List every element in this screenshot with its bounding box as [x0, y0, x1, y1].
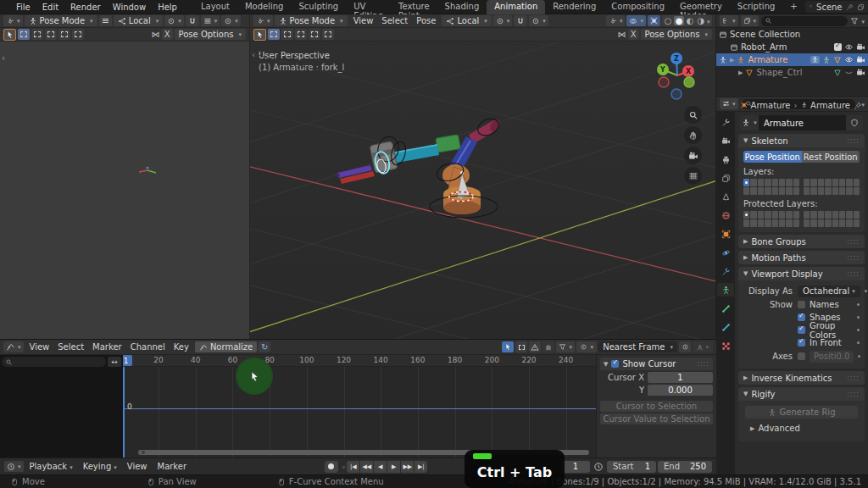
layer-cell[interactable]: [818, 211, 824, 219]
topbar-menu-item[interactable]: Window: [107, 3, 152, 12]
overlays-dropdown[interactable]: [626, 15, 646, 26]
layer-cell[interactable]: [765, 179, 771, 186]
falloff-dropdown[interactable]: ∧: [693, 341, 713, 352]
view-menu[interactable]: View: [123, 462, 152, 471]
workspace-tab[interactable]: Geometry Nodes: [672, 0, 730, 14]
panel-ik-header[interactable]: ▶Inverse Kinematics: [738, 371, 865, 385]
panel-skeleton-header[interactable]: ▼Skeleton: [738, 134, 865, 147]
layer-cell[interactable]: [786, 187, 792, 195]
outliner-row-shape-ctrl[interactable]: ▶ Shape_Ctrl: [716, 66, 868, 79]
channel-region[interactable]: ↔: [0, 355, 123, 458]
active-tool-icon[interactable]: [3, 29, 16, 41]
layer-cell[interactable]: [804, 187, 810, 195]
topbar-menu-item[interactable]: Render: [64, 3, 107, 12]
tab-physics[interactable]: [717, 246, 734, 259]
layer-cell[interactable]: [772, 219, 778, 227]
layer-cell[interactable]: [854, 219, 860, 227]
workspace-tab[interactable]: Rendering: [545, 0, 604, 14]
shading-material-icon[interactable]: ◐: [685, 16, 695, 25]
tab-texture[interactable]: [717, 339, 734, 352]
select-extend-icon[interactable]: [322, 29, 334, 40]
normalize-toggle[interactable]: Normalize: [195, 341, 257, 352]
transport-button[interactable]: ▶▶: [401, 461, 414, 473]
editor-type-dropdown[interactable]: [720, 15, 738, 26]
layer-cell[interactable]: [793, 179, 799, 186]
xray-toggle-icon[interactable]: [648, 15, 660, 26]
tab-bone[interactable]: [717, 302, 734, 315]
layer-cell[interactable]: [793, 219, 799, 227]
transport-button[interactable]: |◀: [347, 461, 359, 473]
expand-icon[interactable]: ▶: [730, 57, 734, 64]
viewport-menu-item[interactable]: View: [349, 16, 378, 25]
panel-viewport-display-header[interactable]: ▼Viewport Display: [738, 267, 865, 280]
topbar-menu-item[interactable]: Help: [152, 3, 183, 12]
outliner-row-scene-collection[interactable]: Scene Collection: [716, 28, 868, 41]
curve-data-icon[interactable]: [833, 69, 842, 77]
option-checkbox[interactable]: [798, 313, 805, 321]
active-tool-icon[interactable]: [253, 29, 266, 41]
eye-icon[interactable]: [844, 55, 854, 64]
zoom-icon[interactable]: [684, 106, 702, 124]
layer-cell[interactable]: [846, 219, 852, 227]
option-checkbox[interactable]: [798, 326, 805, 334]
auto-normalize-refresh-icon[interactable]: ↻: [259, 341, 270, 352]
filter-icon[interactable]: [850, 16, 865, 25]
keying-set-dropdown[interactable]: [340, 462, 346, 471]
transport-button[interactable]: ◀: [374, 461, 387, 473]
use-preview-range-icon[interactable]: [593, 462, 604, 472]
editor-type-dropdown[interactable]: [4, 461, 24, 472]
layer-cell[interactable]: [825, 179, 831, 186]
layer-cell[interactable]: [832, 211, 838, 219]
grip-icon[interactable]: [847, 374, 860, 382]
layer-cell[interactable]: [765, 187, 771, 195]
datablock-type-icon[interactable]: [740, 115, 759, 130]
show-cursor-checkbox[interactable]: [611, 360, 619, 368]
snap-mode-dropdown[interactable]: Nearest Frame: [598, 341, 677, 352]
transform-orientation-dropdown[interactable]: Local: [114, 15, 163, 26]
select-box-icon[interactable]: [281, 29, 293, 40]
layer-cell[interactable]: [825, 211, 831, 219]
mirror-icon[interactable]: ⋈: [152, 30, 160, 39]
layer-cell[interactable]: [750, 211, 756, 219]
cursor-value-to-selection-button[interactable]: Cursor Value to Selection: [600, 413, 713, 424]
graph-menu-item[interactable]: Key: [170, 342, 193, 352]
armature-data-icon[interactable]: [822, 56, 831, 64]
editor-type-dropdown[interactable]: [3, 15, 23, 26]
cursor-y-field[interactable]: 0.000: [648, 385, 713, 396]
layer-cell[interactable]: [750, 179, 756, 186]
layer-cell[interactable]: [765, 219, 771, 227]
pivot-point-dropdown[interactable]: [164, 15, 184, 26]
tab-output[interactable]: [717, 152, 734, 166]
shading-rendered-icon[interactable]: ◑: [696, 16, 711, 25]
menu-toggle-icon[interactable]: [99, 15, 112, 26]
grip-icon[interactable]: [847, 270, 860, 278]
navigation-gizmo[interactable]: Z Y X: [653, 47, 704, 106]
layer-cell[interactable]: [818, 187, 824, 195]
grip-icon[interactable]: [847, 238, 860, 246]
shape-icon[interactable]: [833, 56, 842, 64]
ortho-toggle-icon[interactable]: [684, 167, 702, 185]
ghost-curves-icon[interactable]: [542, 341, 554, 352]
breadcrumb-object[interactable]: Armature: [751, 101, 791, 110]
layer-cell[interactable]: [832, 187, 838, 195]
curve-plot-area[interactable]: 0 20406080100120140160180200220240 1: [123, 355, 596, 458]
tab-view-layer[interactable]: [717, 171, 734, 185]
generate-rig-button[interactable]: Generate Rig: [745, 406, 858, 419]
layer-cell[interactable]: [786, 179, 792, 186]
select-lasso-icon[interactable]: [58, 29, 70, 40]
layer-cell[interactable]: [839, 179, 845, 186]
show-hidden-icon[interactable]: [515, 341, 527, 352]
layer-cell[interactable]: [825, 187, 831, 195]
camera-render-icon[interactable]: [856, 42, 865, 52]
shading-wireframe-icon[interactable]: ○: [663, 16, 673, 25]
tab-object[interactable]: [717, 227, 734, 241]
workspace-tab[interactable]: Sculpting: [291, 0, 346, 14]
mode-dropdown[interactable]: Pose Mode: [25, 15, 97, 26]
current-frame-line[interactable]: [123, 367, 125, 458]
transport-button[interactable]: ◀◀: [360, 461, 373, 473]
layer-cell[interactable]: [818, 179, 824, 186]
camera-render-icon[interactable]: [856, 55, 865, 64]
transport-button[interactable]: ▶: [387, 461, 400, 473]
start-frame-field[interactable]: Start1: [607, 461, 656, 473]
option-checkbox[interactable]: [798, 339, 805, 347]
